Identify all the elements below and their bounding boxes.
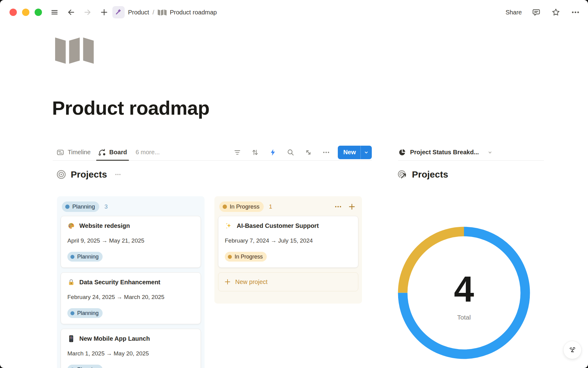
column-add-icon[interactable]: [348, 203, 356, 211]
timeline-icon: [56, 148, 64, 156]
notion-ai-face-icon: [567, 345, 578, 355]
hammer-icon: [115, 8, 122, 17]
card-status-pill: Planning: [67, 365, 103, 368]
chart-total-label: Total: [457, 314, 471, 321]
titlebar-nav: [49, 7, 109, 17]
lock-icon: [67, 278, 75, 286]
filter-icon[interactable]: [233, 148, 242, 157]
search-icon[interactable]: [286, 148, 295, 157]
new-button-group: New: [338, 146, 372, 159]
target-icon: [56, 170, 66, 179]
sort-icon[interactable]: [251, 148, 259, 157]
card-date-range: April 9, 2025 → May 21, 2025: [67, 237, 194, 244]
status-dot: [70, 255, 74, 259]
comments-icon[interactable]: [531, 7, 541, 17]
column-more-icon[interactable]: [334, 203, 342, 211]
breadcrumb-page[interactable]: Product roadmap: [170, 9, 217, 16]
chart-section-title: Projects: [412, 169, 448, 180]
zoom-window-button[interactable]: [35, 9, 42, 16]
status-pill-label: Planning: [72, 203, 95, 210]
status-pill-label: In Progress: [230, 203, 259, 210]
share-button[interactable]: Share: [506, 9, 522, 16]
card-title: AI-Based Customer Support: [237, 222, 319, 229]
back-arrow-icon[interactable]: [66, 7, 76, 17]
sidebar-toggle-icon[interactable]: [49, 7, 60, 17]
map-icon: [158, 9, 167, 16]
card-date-range: March 1, 2025 → May 20, 2025: [67, 350, 194, 357]
board-column-planning: Planning 3 Website redesign April 9, 202…: [57, 196, 205, 368]
chevron-down-icon: [487, 149, 493, 156]
breadcrumb-separator: /: [153, 9, 154, 16]
teamspace-chip[interactable]: [112, 6, 125, 18]
target-arrow-icon: [398, 170, 407, 179]
column-count: 3: [104, 203, 108, 210]
minimize-window-button[interactable]: [22, 9, 29, 16]
page-icon-map[interactable]: [55, 35, 94, 66]
tab-timeline-label: Timeline: [68, 149, 91, 156]
card-title: Website redesign: [79, 222, 130, 229]
more-options-icon[interactable]: [570, 7, 581, 17]
card-ai-customer-support[interactable]: AI-Based Customer Support February 7, 20…: [218, 216, 358, 268]
titlebar-actions: Share: [506, 0, 581, 25]
status-pill-in-progress: In Progress: [219, 201, 264, 212]
page-title[interactable]: Product roadmap: [52, 97, 209, 119]
board-column-in-progress: In Progress 1 AI-Based Customer Support …: [214, 196, 362, 304]
mobile-phone-icon: [67, 335, 75, 343]
card-status-label: Planning: [77, 366, 99, 368]
expand-icon[interactable]: [304, 148, 313, 157]
chart-section-heading: Projects: [398, 169, 448, 180]
sparkles-icon: [225, 222, 232, 230]
automation-bolt-icon[interactable]: [269, 148, 277, 157]
card-status-label: In Progress: [235, 254, 263, 260]
close-window-button[interactable]: [9, 9, 17, 16]
forward-arrow-icon[interactable]: [82, 7, 93, 17]
status-dot: [223, 205, 227, 209]
card-status-pill: Planning: [67, 308, 103, 318]
view-bar: Timeline Board 6 more...: [53, 144, 372, 161]
palette-icon: [67, 222, 75, 230]
board-section-heading: Projects: [56, 169, 122, 180]
column-header-in-progress: In Progress 1: [218, 200, 358, 216]
section-more-icon[interactable]: [114, 171, 122, 178]
card-status-label: Planning: [77, 310, 99, 316]
more-views-button[interactable]: 6 more...: [136, 149, 160, 156]
titlebar: Product / Product roadmap Share: [0, 0, 588, 25]
card-date-range: February 7, 2024 → July 15, 2024: [225, 237, 352, 244]
new-button[interactable]: New: [338, 149, 360, 156]
breadcrumb-teamspace[interactable]: Product: [128, 9, 149, 16]
card-data-security[interactable]: Data Security Enhancement February 24, 2…: [61, 272, 201, 324]
donut-chart: 4 Total: [397, 225, 531, 360]
card-website-redesign[interactable]: Website redesign April 9, 2025 → May 21,…: [61, 216, 201, 268]
card-date-range: February 24, 2025 → March 20, 2025: [67, 294, 194, 301]
status-pill-planning: Planning: [62, 201, 99, 212]
new-tab-plus-icon[interactable]: [99, 7, 109, 17]
card-status-pill: In Progress: [225, 252, 267, 262]
card-title: Data Security Enhancement: [79, 279, 160, 286]
tab-timeline[interactable]: Timeline: [53, 144, 94, 160]
view-toolbar: [233, 148, 330, 157]
status-dot: [65, 205, 70, 209]
view-more-icon[interactable]: [322, 148, 330, 157]
right-panel-header: Project Status Breakd...: [398, 144, 544, 161]
app-window: Product / Product roadmap Share Product …: [0, 0, 588, 368]
card-title: New Mobile App Launch: [79, 335, 150, 342]
card-status-label: Planning: [77, 254, 99, 260]
tab-board-label: Board: [109, 149, 127, 156]
column-header-planning: Planning 3: [61, 200, 201, 216]
status-dot: [228, 255, 232, 259]
tab-board[interactable]: Board: [94, 144, 131, 160]
chart-total-value: 4: [454, 268, 474, 310]
traffic-lights: [9, 9, 42, 16]
new-project-label: New project: [235, 278, 268, 286]
favorite-star-icon[interactable]: [551, 7, 561, 17]
status-dot: [70, 311, 74, 315]
board-section-title: Projects: [71, 169, 107, 180]
right-panel-view-switcher[interactable]: Project Status Breakd...: [398, 148, 493, 156]
view-tabs: Timeline Board: [53, 144, 131, 160]
card-mobile-app-launch[interactable]: New Mobile App Launch March 1, 2025 → Ma…: [61, 329, 201, 368]
right-panel-title: Project Status Breakd...: [410, 149, 479, 156]
notion-ai-button[interactable]: [563, 341, 582, 359]
new-button-dropdown[interactable]: [361, 150, 372, 155]
new-project-button[interactable]: New project: [218, 272, 358, 291]
breadcrumb: Product / Product roadmap: [112, 6, 217, 18]
